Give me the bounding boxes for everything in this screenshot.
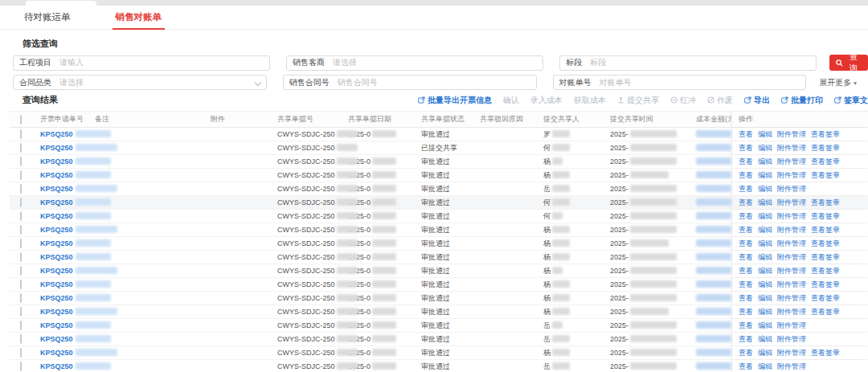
action-link[interactable]: 查看 — [739, 184, 753, 194]
action-link[interactable]: 查看 — [739, 170, 753, 181]
invoice-request-link[interactable]: KPSQ250 — [40, 144, 73, 152]
row-checkbox[interactable] — [20, 307, 22, 317]
action-link[interactable]: 查看签章 — [811, 198, 840, 208]
action-link[interactable]: 附件管理 — [777, 129, 806, 140]
action-link[interactable]: 附件管理 — [777, 280, 806, 290]
invoice-request-link[interactable]: KPSQ250 — [40, 335, 73, 343]
action-link[interactable]: 附件管理 — [777, 211, 806, 222]
row-checkbox[interactable] — [20, 198, 22, 207]
invoice-request-link[interactable]: KPSQ250 — [40, 253, 73, 261]
action-link[interactable]: 查看签章 — [811, 348, 840, 358]
row-checkbox[interactable] — [20, 362, 22, 371]
action-link[interactable]: 查看签章 — [811, 239, 840, 249]
action-link[interactable]: 查看签章 — [811, 143, 840, 153]
filter-field-statement-no[interactable]: 对账单号对账单号 — [553, 75, 807, 90]
action-link[interactable]: 查看 — [739, 252, 753, 263]
invoice-request-link[interactable]: KPSQ250 — [40, 294, 73, 302]
invoice-request-link[interactable]: KPSQ250 — [40, 321, 73, 329]
action-link[interactable]: 编辑 — [758, 198, 772, 208]
action-link[interactable]: 查看 — [739, 211, 753, 222]
invoice-request-link[interactable]: KPSQ250 — [40, 198, 73, 206]
invoice-request-link[interactable]: KPSQ250 — [40, 157, 73, 166]
action-link[interactable]: 编辑 — [758, 334, 772, 345]
row-checkbox[interactable] — [20, 293, 22, 303]
search-button[interactable]: 查询 — [829, 55, 868, 71]
action-link[interactable]: 编辑 — [758, 157, 772, 167]
action-link[interactable]: 编辑 — [758, 307, 772, 317]
action-link[interactable]: 查看 — [739, 307, 753, 317]
action-link[interactable]: 附件管理 — [777, 266, 806, 276]
action-link[interactable]: 编辑 — [758, 266, 772, 276]
action-link[interactable]: 编辑 — [758, 293, 772, 304]
row-checkbox[interactable] — [20, 334, 22, 344]
row-checkbox[interactable] — [20, 239, 22, 248]
action-link[interactable]: 编辑 — [758, 143, 772, 153]
invoice-request-link[interactable]: KPSQ250 — [40, 349, 73, 357]
action-link[interactable]: 附件管理 — [777, 252, 806, 263]
action-link[interactable]: 查看签章 — [811, 225, 840, 235]
filter-field-section[interactable]: 标段标段 — [559, 55, 817, 71]
invoice-request-link[interactable]: KPSQ250 — [40, 239, 73, 247]
action-link[interactable]: 附件管理 — [777, 184, 806, 194]
action-link[interactable]: 编辑 — [758, 225, 772, 235]
tab-1[interactable]: 销售对账单 — [116, 6, 162, 30]
row-checkbox[interactable] — [20, 184, 22, 194]
action-link[interactable]: 编辑 — [758, 170, 772, 181]
action-link[interactable]: 查看 — [739, 143, 753, 153]
invoice-request-link[interactable]: KPSQ250 — [40, 280, 73, 288]
toolbar-button-7[interactable]: 导出 — [744, 95, 770, 106]
filter-field-contract-category[interactable]: 合同品类请选择 — [13, 75, 267, 90]
action-link[interactable]: 附件管理 — [777, 307, 806, 317]
row-checkbox[interactable] — [20, 348, 22, 358]
filter-field-customer[interactable]: 销售客商请选择 — [286, 55, 543, 71]
row-checkbox[interactable] — [20, 143, 22, 153]
action-link[interactable]: 附件管理 — [777, 348, 806, 358]
action-link[interactable]: 编辑 — [758, 321, 772, 331]
action-link[interactable]: 编辑 — [758, 280, 772, 290]
action-link[interactable]: 查看签章 — [811, 129, 840, 140]
invoice-request-link[interactable]: KPSQ250 — [40, 130, 73, 138]
action-link[interactable]: 查看签章 — [811, 157, 840, 167]
action-link[interactable]: 查看签章 — [811, 280, 840, 290]
row-checkbox[interactable] — [20, 266, 22, 276]
invoice-request-link[interactable]: KPSQ250 — [40, 212, 73, 220]
action-link[interactable]: 查看 — [739, 198, 753, 208]
invoice-request-link[interactable]: KPSQ250 — [40, 171, 73, 179]
row-checkbox[interactable] — [20, 252, 22, 262]
action-link[interactable]: 附件管理 — [777, 362, 806, 372]
action-link[interactable]: 附件管理 — [777, 293, 806, 304]
action-link[interactable]: 查看 — [739, 362, 753, 372]
action-link[interactable]: 查看签章 — [811, 170, 840, 181]
invoice-request-link[interactable]: KPSQ250 — [40, 362, 73, 370]
action-link[interactable]: 编辑 — [758, 129, 772, 140]
action-link[interactable]: 查看 — [739, 348, 753, 358]
action-link[interactable]: 编辑 — [758, 239, 772, 249]
action-link[interactable]: 查看 — [739, 157, 753, 167]
action-link[interactable]: 编辑 — [758, 211, 772, 222]
action-link[interactable]: 附件管理 — [777, 321, 806, 331]
action-link[interactable]: 查看签章 — [811, 211, 840, 222]
row-checkbox[interactable] — [20, 170, 22, 180]
action-link[interactable]: 查看 — [739, 321, 753, 331]
invoice-request-link[interactable]: KPSQ250 — [40, 308, 73, 316]
action-link[interactable]: 附件管理 — [777, 157, 806, 167]
row-checkbox[interactable] — [20, 211, 22, 221]
expand-more-button[interactable]: 展开更多 ▾ — [819, 77, 868, 88]
filter-field-sales-contract-no[interactable]: 销售合同号销售合同号 — [283, 75, 537, 90]
action-link[interactable]: 附件管理 — [777, 143, 806, 153]
action-link[interactable]: 附件管理 — [777, 334, 806, 345]
action-link[interactable]: 查看 — [739, 266, 753, 276]
invoice-request-link[interactable]: KPSQ250 — [40, 185, 73, 193]
toolbar-button-0[interactable]: 批量导出开票信息 — [418, 95, 492, 106]
row-checkbox[interactable] — [20, 225, 22, 235]
invoice-request-link[interactable]: KPSQ250 — [40, 267, 73, 275]
row-checkbox[interactable] — [20, 321, 22, 330]
action-link[interactable]: 查看 — [739, 239, 753, 249]
action-link[interactable]: 编辑 — [758, 362, 772, 372]
action-link[interactable]: 查看 — [739, 293, 753, 304]
action-link[interactable]: 查看签章 — [811, 307, 840, 317]
select-all-checkbox[interactable] — [20, 115, 22, 125]
filter-field-project[interactable]: 工程项目请输入 — [13, 55, 270, 71]
action-link[interactable]: 查看 — [739, 280, 753, 290]
action-link[interactable]: 查看签章 — [811, 293, 840, 304]
